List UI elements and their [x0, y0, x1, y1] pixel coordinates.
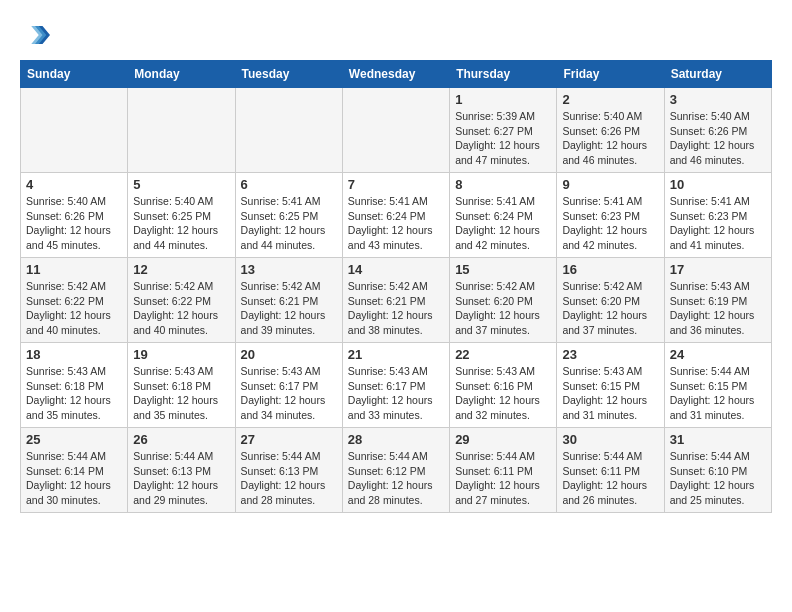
calendar-cell: 1Sunrise: 5:39 AM Sunset: 6:27 PM Daylig…: [450, 88, 557, 173]
calendar-cell: [128, 88, 235, 173]
day-info: Sunrise: 5:41 AM Sunset: 6:24 PM Dayligh…: [455, 194, 551, 253]
calendar-cell: 7Sunrise: 5:41 AM Sunset: 6:24 PM Daylig…: [342, 173, 449, 258]
day-info: Sunrise: 5:40 AM Sunset: 6:26 PM Dayligh…: [562, 109, 658, 168]
calendar-cell: 11Sunrise: 5:42 AM Sunset: 6:22 PM Dayli…: [21, 258, 128, 343]
day-number: 24: [670, 347, 766, 362]
calendar-cell: 8Sunrise: 5:41 AM Sunset: 6:24 PM Daylig…: [450, 173, 557, 258]
calendar-cell: 3Sunrise: 5:40 AM Sunset: 6:26 PM Daylig…: [664, 88, 771, 173]
calendar-cell: 18Sunrise: 5:43 AM Sunset: 6:18 PM Dayli…: [21, 343, 128, 428]
day-info: Sunrise: 5:41 AM Sunset: 6:23 PM Dayligh…: [562, 194, 658, 253]
day-header-tuesday: Tuesday: [235, 61, 342, 88]
calendar-cell: 27Sunrise: 5:44 AM Sunset: 6:13 PM Dayli…: [235, 428, 342, 513]
day-number: 29: [455, 432, 551, 447]
day-number: 4: [26, 177, 122, 192]
day-header-wednesday: Wednesday: [342, 61, 449, 88]
logo-icon: [20, 20, 50, 50]
calendar-cell: 30Sunrise: 5:44 AM Sunset: 6:11 PM Dayli…: [557, 428, 664, 513]
day-number: 16: [562, 262, 658, 277]
logo: [20, 20, 54, 50]
calendar-cell: 4Sunrise: 5:40 AM Sunset: 6:26 PM Daylig…: [21, 173, 128, 258]
day-header-friday: Friday: [557, 61, 664, 88]
calendar-cell: 31Sunrise: 5:44 AM Sunset: 6:10 PM Dayli…: [664, 428, 771, 513]
day-info: Sunrise: 5:44 AM Sunset: 6:13 PM Dayligh…: [241, 449, 337, 508]
day-number: 21: [348, 347, 444, 362]
calendar-cell: 5Sunrise: 5:40 AM Sunset: 6:25 PM Daylig…: [128, 173, 235, 258]
page-header: [20, 20, 772, 50]
day-number: 18: [26, 347, 122, 362]
calendar-cell: 21Sunrise: 5:43 AM Sunset: 6:17 PM Dayli…: [342, 343, 449, 428]
calendar-cell: 17Sunrise: 5:43 AM Sunset: 6:19 PM Dayli…: [664, 258, 771, 343]
day-header-saturday: Saturday: [664, 61, 771, 88]
day-info: Sunrise: 5:42 AM Sunset: 6:21 PM Dayligh…: [348, 279, 444, 338]
day-info: Sunrise: 5:43 AM Sunset: 6:17 PM Dayligh…: [348, 364, 444, 423]
day-number: 19: [133, 347, 229, 362]
day-info: Sunrise: 5:44 AM Sunset: 6:15 PM Dayligh…: [670, 364, 766, 423]
day-info: Sunrise: 5:39 AM Sunset: 6:27 PM Dayligh…: [455, 109, 551, 168]
day-info: Sunrise: 5:43 AM Sunset: 6:17 PM Dayligh…: [241, 364, 337, 423]
calendar-cell: 15Sunrise: 5:42 AM Sunset: 6:20 PM Dayli…: [450, 258, 557, 343]
calendar-cell: 24Sunrise: 5:44 AM Sunset: 6:15 PM Dayli…: [664, 343, 771, 428]
calendar-cell: 14Sunrise: 5:42 AM Sunset: 6:21 PM Dayli…: [342, 258, 449, 343]
day-info: Sunrise: 5:40 AM Sunset: 6:26 PM Dayligh…: [670, 109, 766, 168]
day-number: 28: [348, 432, 444, 447]
day-number: 2: [562, 92, 658, 107]
day-info: Sunrise: 5:42 AM Sunset: 6:20 PM Dayligh…: [455, 279, 551, 338]
calendar-cell: 28Sunrise: 5:44 AM Sunset: 6:12 PM Dayli…: [342, 428, 449, 513]
day-info: Sunrise: 5:44 AM Sunset: 6:13 PM Dayligh…: [133, 449, 229, 508]
day-info: Sunrise: 5:42 AM Sunset: 6:22 PM Dayligh…: [133, 279, 229, 338]
day-number: 11: [26, 262, 122, 277]
calendar-cell: 9Sunrise: 5:41 AM Sunset: 6:23 PM Daylig…: [557, 173, 664, 258]
day-number: 17: [670, 262, 766, 277]
calendar-week-row: 11Sunrise: 5:42 AM Sunset: 6:22 PM Dayli…: [21, 258, 772, 343]
day-number: 30: [562, 432, 658, 447]
day-header-monday: Monday: [128, 61, 235, 88]
day-info: Sunrise: 5:43 AM Sunset: 6:15 PM Dayligh…: [562, 364, 658, 423]
day-info: Sunrise: 5:43 AM Sunset: 6:16 PM Dayligh…: [455, 364, 551, 423]
day-header-sunday: Sunday: [21, 61, 128, 88]
calendar-cell: 16Sunrise: 5:42 AM Sunset: 6:20 PM Dayli…: [557, 258, 664, 343]
calendar-cell: [21, 88, 128, 173]
day-info: Sunrise: 5:44 AM Sunset: 6:11 PM Dayligh…: [562, 449, 658, 508]
day-info: Sunrise: 5:44 AM Sunset: 6:10 PM Dayligh…: [670, 449, 766, 508]
day-number: 10: [670, 177, 766, 192]
day-number: 7: [348, 177, 444, 192]
day-info: Sunrise: 5:42 AM Sunset: 6:22 PM Dayligh…: [26, 279, 122, 338]
day-number: 25: [26, 432, 122, 447]
calendar-cell: 6Sunrise: 5:41 AM Sunset: 6:25 PM Daylig…: [235, 173, 342, 258]
calendar-cell: 19Sunrise: 5:43 AM Sunset: 6:18 PM Dayli…: [128, 343, 235, 428]
day-info: Sunrise: 5:40 AM Sunset: 6:26 PM Dayligh…: [26, 194, 122, 253]
day-info: Sunrise: 5:41 AM Sunset: 6:25 PM Dayligh…: [241, 194, 337, 253]
day-info: Sunrise: 5:42 AM Sunset: 6:20 PM Dayligh…: [562, 279, 658, 338]
day-number: 26: [133, 432, 229, 447]
day-info: Sunrise: 5:43 AM Sunset: 6:18 PM Dayligh…: [133, 364, 229, 423]
day-info: Sunrise: 5:43 AM Sunset: 6:18 PM Dayligh…: [26, 364, 122, 423]
calendar-cell: [342, 88, 449, 173]
day-info: Sunrise: 5:41 AM Sunset: 6:23 PM Dayligh…: [670, 194, 766, 253]
day-number: 5: [133, 177, 229, 192]
day-info: Sunrise: 5:43 AM Sunset: 6:19 PM Dayligh…: [670, 279, 766, 338]
day-number: 23: [562, 347, 658, 362]
calendar-week-row: 18Sunrise: 5:43 AM Sunset: 6:18 PM Dayli…: [21, 343, 772, 428]
day-info: Sunrise: 5:41 AM Sunset: 6:24 PM Dayligh…: [348, 194, 444, 253]
calendar-cell: 29Sunrise: 5:44 AM Sunset: 6:11 PM Dayli…: [450, 428, 557, 513]
day-number: 13: [241, 262, 337, 277]
day-number: 31: [670, 432, 766, 447]
day-info: Sunrise: 5:44 AM Sunset: 6:14 PM Dayligh…: [26, 449, 122, 508]
calendar-cell: 23Sunrise: 5:43 AM Sunset: 6:15 PM Dayli…: [557, 343, 664, 428]
calendar-table: SundayMondayTuesdayWednesdayThursdayFrid…: [20, 60, 772, 513]
day-number: 1: [455, 92, 551, 107]
day-number: 27: [241, 432, 337, 447]
day-info: Sunrise: 5:42 AM Sunset: 6:21 PM Dayligh…: [241, 279, 337, 338]
day-number: 22: [455, 347, 551, 362]
day-info: Sunrise: 5:44 AM Sunset: 6:12 PM Dayligh…: [348, 449, 444, 508]
day-header-thursday: Thursday: [450, 61, 557, 88]
day-number: 6: [241, 177, 337, 192]
calendar-cell: 2Sunrise: 5:40 AM Sunset: 6:26 PM Daylig…: [557, 88, 664, 173]
calendar-cell: 22Sunrise: 5:43 AM Sunset: 6:16 PM Dayli…: [450, 343, 557, 428]
day-number: 9: [562, 177, 658, 192]
day-number: 12: [133, 262, 229, 277]
day-info: Sunrise: 5:40 AM Sunset: 6:25 PM Dayligh…: [133, 194, 229, 253]
day-info: Sunrise: 5:44 AM Sunset: 6:11 PM Dayligh…: [455, 449, 551, 508]
day-number: 15: [455, 262, 551, 277]
day-number: 8: [455, 177, 551, 192]
